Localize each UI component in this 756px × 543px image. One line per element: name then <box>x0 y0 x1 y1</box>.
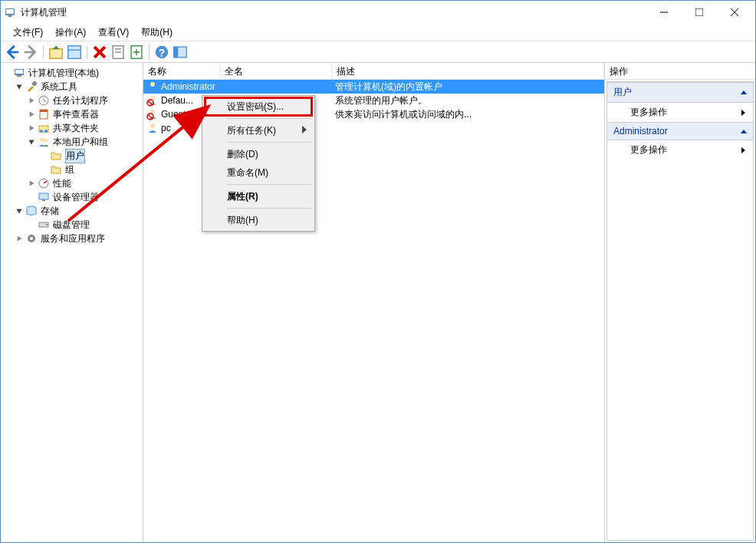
maximize-button[interactable] <box>682 1 717 24</box>
svg-rect-19 <box>15 70 23 74</box>
ctx-separator <box>227 142 311 143</box>
svg-point-27 <box>44 130 48 133</box>
tree-users[interactable]: 用户 <box>39 149 141 163</box>
user-icon <box>146 122 159 134</box>
minimize-button[interactable] <box>646 1 682 24</box>
tree-storage[interactable]: 存储 <box>15 204 141 218</box>
ctx-separator <box>227 208 311 209</box>
gear-icon <box>25 232 38 245</box>
svg-rect-8 <box>68 45 81 58</box>
svg-point-21 <box>32 81 37 86</box>
svg-point-26 <box>40 130 43 133</box>
chevron-down-icon[interactable] <box>15 82 24 91</box>
svg-rect-32 <box>42 199 45 201</box>
disk-icon <box>38 219 50 231</box>
forward-button[interactable] <box>22 44 39 61</box>
chevron-right-icon[interactable] <box>27 179 36 188</box>
toolbar-separator <box>87 45 87 59</box>
ctx-separator <box>227 184 311 185</box>
svg-rect-7 <box>50 48 63 58</box>
cell-name: Administrator <box>143 80 220 94</box>
menu-help[interactable]: 帮助(H) <box>135 24 179 41</box>
tree-device-mgr[interactable]: 设备管理器 <box>27 190 141 204</box>
tree-task-scheduler[interactable]: 任务计划程序 <box>27 94 141 107</box>
context-menu: 设置密码(S)... 所有任务(K) 删除(D) 重命名(M) 属性(R) 帮助… <box>202 95 315 232</box>
up-button[interactable] <box>48 44 64 61</box>
action-section-users[interactable]: 用户 <box>607 82 753 103</box>
svg-rect-31 <box>39 193 48 199</box>
cell-desc <box>332 127 604 129</box>
ctx-properties[interactable]: 属性(R) <box>204 187 313 206</box>
action-more-users[interactable]: 更多操作 <box>607 103 753 122</box>
ctx-rename[interactable]: 重命名(M) <box>204 163 313 182</box>
col-header-desc[interactable]: 描述 <box>332 63 604 79</box>
chevron-down-icon[interactable] <box>27 137 36 146</box>
toolbar-separator <box>43 45 44 59</box>
show-hide-button[interactable] <box>172 44 189 61</box>
list-header: 名称 全名 描述 <box>143 63 604 80</box>
svg-point-37 <box>30 237 33 240</box>
toolbar-separator <box>149 45 150 59</box>
action-header: 操作 <box>605 63 755 80</box>
chevron-right-icon[interactable] <box>27 123 36 133</box>
menu-view[interactable]: 查看(V) <box>92 24 135 41</box>
chevron-right-icon[interactable] <box>15 234 24 243</box>
folder-icon <box>50 163 62 176</box>
tree-services-apps[interactable]: 服务和应用程序 <box>15 232 141 245</box>
svg-point-35 <box>46 224 48 225</box>
tree-panel[interactable]: 计算机管理(本地) 系统工具 任务计划程序 事件查看器 <box>1 63 143 542</box>
ctx-all-tasks[interactable]: 所有任务(K) <box>204 121 313 140</box>
storage-icon <box>25 205 38 217</box>
cell-desc: 管理计算机(域)的内置帐户 <box>332 80 604 94</box>
chevron-right-icon[interactable] <box>27 110 36 119</box>
tree-event-viewer[interactable]: 事件查看器 <box>27 107 141 121</box>
svg-rect-17 <box>174 47 179 58</box>
user-icon <box>146 94 159 107</box>
menu-file[interactable]: 文件(F) <box>7 24 49 41</box>
col-header-name[interactable]: 名称 <box>143 63 220 79</box>
tree-root[interactable]: 计算机管理(本地) <box>2 66 141 80</box>
delete-button[interactable] <box>91 44 108 61</box>
tree-local-users[interactable]: 本地用户和组 <box>27 135 141 149</box>
tree-disk-mgmt[interactable]: 磁盘管理 <box>27 218 141 232</box>
svg-point-28 <box>40 137 44 142</box>
device-icon <box>38 191 50 203</box>
titlebar: 计算机管理 <box>1 1 755 24</box>
properties-button[interactable] <box>66 44 83 61</box>
svg-point-38 <box>150 82 155 87</box>
help-button[interactable]: ? <box>153 44 170 61</box>
user-icon <box>146 81 159 93</box>
event-icon <box>38 108 50 120</box>
chevron-down-icon[interactable] <box>15 206 24 216</box>
tree-label: 计算机管理(本地) <box>28 67 99 80</box>
user-icon <box>146 108 159 120</box>
svg-rect-1 <box>6 9 14 14</box>
close-button[interactable] <box>717 1 752 24</box>
menubar: 文件(F) 操作(A) 查看(V) 帮助(H) <box>1 24 755 41</box>
tools-icon <box>25 81 38 93</box>
action-more-admin[interactable]: 更多操作 <box>607 140 753 160</box>
ctx-help[interactable]: 帮助(H) <box>204 211 313 229</box>
tree-performance[interactable]: 性能 <box>27 176 141 190</box>
collapse-icon <box>741 130 747 133</box>
svg-text:?: ? <box>159 47 165 58</box>
refresh-button[interactable] <box>110 44 127 61</box>
ctx-separator <box>227 118 311 119</box>
tree-system-tools[interactable]: 系统工具 <box>15 80 141 94</box>
toolbar: ? <box>1 41 755 63</box>
chevron-right-icon <box>741 147 745 153</box>
menu-action[interactable]: 操作(A) <box>49 24 92 41</box>
ctx-set-password[interactable]: 设置密码(S)... <box>204 97 313 116</box>
list-row[interactable]: Administrator管理计算机(域)的内置帐户 <box>143 80 604 94</box>
col-header-fullname[interactable]: 全名 <box>220 63 332 79</box>
chevron-right-icon[interactable] <box>27 96 36 105</box>
tree-groups[interactable]: 组 <box>39 163 141 176</box>
svg-point-29 <box>44 139 48 143</box>
svg-rect-2 <box>8 15 12 17</box>
computer-icon <box>13 67 25 79</box>
back-button[interactable] <box>4 44 21 61</box>
action-section-admin[interactable]: Administrator <box>607 122 753 140</box>
export-button[interactable] <box>128 44 145 61</box>
ctx-delete[interactable]: 删除(D) <box>204 145 313 163</box>
tree-shared-folders[interactable]: 共享文件夹 <box>27 121 141 135</box>
